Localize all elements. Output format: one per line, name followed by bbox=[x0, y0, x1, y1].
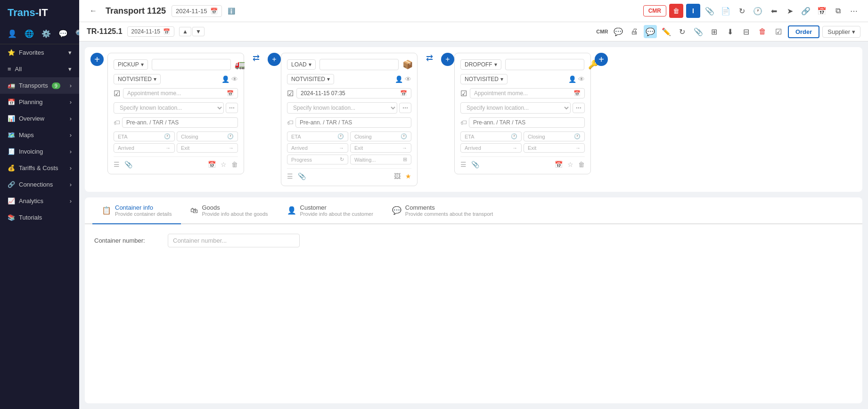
pickup-appointment[interactable]: Appointment mome... 📅 bbox=[123, 88, 238, 98]
back-arrow-button[interactable]: ⬅ bbox=[767, 4, 780, 17]
pickup-closing[interactable]: Closing 🕐 bbox=[177, 131, 238, 141]
pickup-eta[interactable]: ETA 🕐 bbox=[114, 131, 175, 141]
sidebar-item-transports[interactable]: 🚛 Transports 9 › bbox=[0, 77, 79, 94]
dropoff-exit[interactable]: Exit → bbox=[524, 143, 585, 153]
tab-comments[interactable]: 💬 Comments Provide comments about the tr… bbox=[383, 197, 502, 224]
add-right-button[interactable]: + bbox=[595, 53, 608, 66]
pickup-tags-input[interactable] bbox=[122, 117, 238, 128]
subbar-refresh-button[interactable]: ↻ bbox=[676, 25, 689, 38]
subbar-edit-button[interactable]: ✏️ bbox=[660, 25, 673, 38]
dropoff-eta[interactable]: ETA 🕐 bbox=[460, 131, 522, 141]
dropoff-type-button[interactable]: DROPOFF ▾ bbox=[460, 59, 501, 70]
load-type-button[interactable]: LOAD ▾ bbox=[287, 59, 316, 70]
list-icon[interactable]: ☰ bbox=[460, 161, 467, 168]
doc-button[interactable]: 📄 bbox=[719, 4, 732, 17]
dropoff-status-select[interactable]: NOTVISITED ▾ bbox=[460, 74, 508, 84]
load-arrived[interactable]: Arrived → bbox=[287, 143, 348, 153]
star-icon[interactable]: ★ bbox=[405, 172, 411, 180]
add-middle-left-button[interactable]: + bbox=[268, 53, 281, 66]
back-button[interactable]: ← bbox=[87, 4, 100, 17]
subbar-chat-button[interactable]: 💬 bbox=[612, 25, 625, 38]
eye-icon[interactable]: 👁 bbox=[405, 75, 411, 83]
tab-container[interactable]: 📋 Container info Provide container detai… bbox=[92, 197, 181, 224]
user-icon[interactable]: 👤 bbox=[8, 29, 17, 38]
person-icon[interactable]: 👤 bbox=[395, 75, 403, 83]
pickup-status-select[interactable]: NOTVISITED ▾ bbox=[114, 74, 161, 84]
clock-button[interactable]: 🕐 bbox=[751, 4, 764, 17]
globe-icon[interactable]: 🌐 bbox=[25, 29, 34, 38]
sidebar-item-maps[interactable]: 🗺️ Maps › bbox=[0, 127, 79, 143]
subbar-check-button[interactable]: ☑ bbox=[772, 25, 785, 38]
load-appointment[interactable]: 2024-11-15 07:35 📅 bbox=[296, 88, 411, 98]
transport-date[interactable]: 2024-11-15 📅 bbox=[172, 5, 222, 17]
load-eta[interactable]: ETA 🕐 bbox=[287, 131, 348, 141]
container-number-input[interactable] bbox=[168, 234, 300, 247]
sidebar-item-planning[interactable]: 📅 Planning › bbox=[0, 94, 79, 110]
attach-icon[interactable]: 📎 bbox=[124, 161, 132, 168]
pickup-location-more[interactable]: ⋯ bbox=[226, 103, 238, 113]
pickup-type-button[interactable]: PICKUP ▾ bbox=[114, 59, 148, 70]
pickup-input[interactable] bbox=[152, 59, 231, 70]
person-icon[interactable]: 👤 bbox=[568, 75, 576, 83]
more-button[interactable]: ⋯ bbox=[847, 4, 860, 17]
attach-icon[interactable]: 📎 bbox=[298, 172, 306, 180]
pickup-location-select[interactable]: Specify known location... bbox=[114, 102, 224, 114]
tab-goods[interactable]: 🛍 Goods Provide info about the goods bbox=[181, 197, 277, 224]
sidebar-item-connections[interactable]: 🔗 Connections › bbox=[0, 176, 79, 193]
load-input[interactable] bbox=[319, 59, 399, 70]
list-icon[interactable]: ☰ bbox=[287, 172, 293, 180]
user-action-button[interactable]: I bbox=[686, 4, 700, 18]
calendar-button[interactable]: 📅 bbox=[815, 4, 828, 17]
load-tags-input[interactable] bbox=[295, 117, 411, 128]
dropoff-closing[interactable]: Closing 🕐 bbox=[524, 131, 585, 141]
subbar-attach-button[interactable]: 📎 bbox=[692, 25, 705, 38]
load-exit[interactable]: Exit → bbox=[350, 143, 411, 153]
star-icon[interactable]: ☆ bbox=[567, 161, 573, 168]
subbar-delete-button[interactable]: 🗑 bbox=[756, 25, 769, 38]
star-icon[interactable]: ☆ bbox=[221, 161, 227, 168]
order-button[interactable]: Order bbox=[788, 25, 819, 38]
dropoff-location-more[interactable]: ⋯ bbox=[573, 103, 585, 113]
load-location-select[interactable]: Specify known location... bbox=[287, 102, 397, 114]
sidebar-item-overview[interactable]: 📊 Overview › bbox=[0, 110, 79, 127]
sidebar-item-analytics[interactable]: 📈 Analytics › bbox=[0, 193, 79, 209]
sidebar-item-tariffs[interactable]: 💰 Tariffs & Costs › bbox=[0, 160, 79, 176]
swap-icon[interactable]: ⇄ bbox=[253, 53, 260, 63]
calendar-footer-icon[interactable]: 📅 bbox=[208, 161, 216, 168]
share-button[interactable]: 🔗 bbox=[799, 4, 812, 17]
delete-icon[interactable]: 🗑 bbox=[578, 161, 585, 168]
load-status-select[interactable]: NOTVISITED ▾ bbox=[287, 74, 334, 84]
sidebar-item-tutorials[interactable]: 📚 Tutorials bbox=[0, 209, 79, 226]
subbar-download-button[interactable]: ⬇ bbox=[724, 25, 737, 38]
tab-customer[interactable]: 👤 Customer Provide info about the custom… bbox=[278, 197, 383, 224]
image-icon[interactable]: 🖼 bbox=[394, 172, 401, 180]
subbar-cmr-button[interactable]: CMR bbox=[596, 25, 609, 38]
eye-icon[interactable]: 👁 bbox=[578, 75, 585, 83]
list-icon[interactable]: ☰ bbox=[114, 161, 120, 168]
sidebar-item-favorites[interactable]: ⭐ Favorites ▾ bbox=[0, 44, 79, 61]
pickup-exit[interactable]: Exit → bbox=[177, 143, 238, 153]
add-middle-right-button[interactable]: + bbox=[441, 53, 454, 66]
attach-button[interactable]: 📎 bbox=[703, 4, 716, 17]
dropoff-appointment[interactable]: Appointment mome... 📅 bbox=[470, 88, 585, 98]
subbar-print-button[interactable]: 🖨 bbox=[628, 25, 641, 38]
load-closing[interactable]: Closing 🕐 bbox=[350, 131, 411, 141]
swap-icon-2[interactable]: ⇄ bbox=[426, 53, 433, 63]
subbar-highlight-button[interactable]: 💬 bbox=[644, 25, 657, 38]
supplier-button[interactable]: Supplier ▾ bbox=[822, 26, 860, 38]
send-button[interactable]: ➤ bbox=[783, 4, 796, 17]
load-progress[interactable]: Progress ↻ bbox=[287, 155, 348, 164]
sidebar-item-all[interactable]: ≡ All ▾ bbox=[0, 61, 79, 77]
delete-button[interactable]: 🗑 bbox=[669, 4, 683, 18]
refresh-button[interactable]: ↻ bbox=[735, 4, 748, 17]
subbar-grid-button[interactable]: ⊞ bbox=[708, 25, 721, 38]
eye-slash-icon[interactable]: 👁 bbox=[231, 75, 238, 83]
add-left-button[interactable]: + bbox=[90, 53, 104, 66]
dropoff-arrived[interactable]: Arrived → bbox=[460, 143, 522, 153]
calendar-footer-icon[interactable]: 📅 bbox=[555, 161, 563, 168]
settings-icon[interactable]: ⚙️ bbox=[41, 29, 51, 38]
load-waiting[interactable]: Waiting... ⊞ bbox=[350, 155, 411, 164]
delete-icon[interactable]: 🗑 bbox=[231, 161, 238, 168]
nav-up-button[interactable]: ▲ bbox=[179, 27, 191, 36]
sidebar-item-invoicing[interactable]: 🧾 Invoicing › bbox=[0, 143, 79, 160]
